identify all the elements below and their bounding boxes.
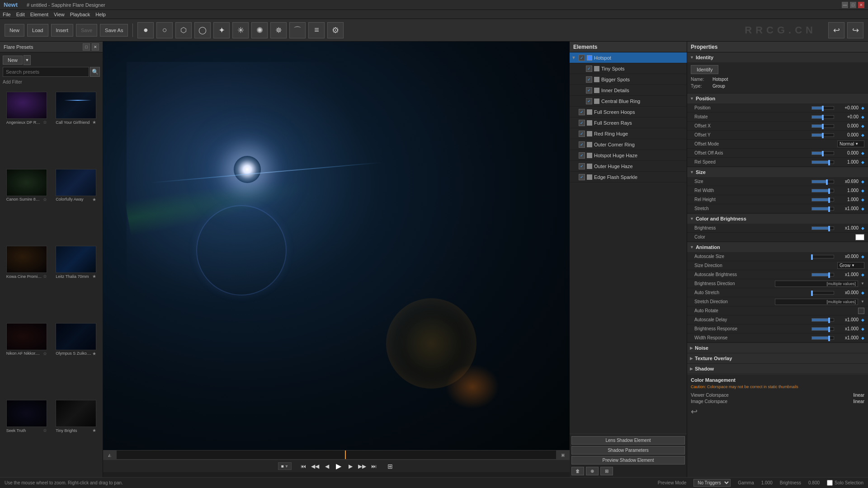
prop-slider-3-7[interactable] [811, 318, 834, 322]
delete-element-button[interactable]: 🗑 [571, 467, 584, 475]
preset-item-6[interactable]: Nikon AF Nikkor.... ☆ [2, 321, 52, 399]
next-frame-button[interactable]: ▶▶ [358, 462, 367, 471]
prev-frame-button[interactable]: ◀◀ [311, 462, 320, 471]
prop-color-2-1[interactable] [855, 234, 864, 240]
prop-animate-3-0[interactable]: ◆ [861, 254, 864, 259]
skip-to-start-button[interactable]: ⏮ [299, 462, 308, 471]
canvas[interactable] [103, 42, 570, 450]
prop-multivalue-3-3[interactable]: [multiple values] [775, 281, 858, 287]
element-check-5[interactable]: ✓ [579, 109, 585, 115]
prop-section-header-0[interactable]: ▼ Position [687, 94, 868, 103]
menu-edit[interactable]: Edit [16, 12, 25, 17]
preset-item-5[interactable]: Leitz Thalia 70mm ★ [52, 244, 101, 321]
prop-section-header-6[interactable]: ▶ Shadow [687, 364, 868, 374]
shadow-parameters-button[interactable]: Shadow Parameters [571, 446, 685, 455]
menu-playback[interactable]: Playback [70, 12, 90, 17]
timeline-track[interactable]: ◭ ▣ [103, 450, 570, 460]
prop-animate-3-9[interactable]: ◆ [861, 336, 864, 340]
tool-streak[interactable]: ⌒ [289, 22, 306, 38]
preset-item-3[interactable]: Colorfully Away ★ [52, 167, 101, 244]
prop-slider-3-0[interactable] [811, 255, 834, 258]
skip-to-end-button[interactable]: ⏭ [369, 462, 378, 471]
identify-button[interactable]: Identify [691, 65, 718, 74]
undo-button[interactable]: ↩ [828, 22, 844, 38]
menu-element[interactable]: Element [30, 12, 48, 17]
element-check-8[interactable]: ✓ [579, 141, 585, 148]
prop-animate-0-1[interactable]: ◆ [861, 115, 864, 119]
preset-star-5[interactable]: ★ [92, 274, 96, 279]
minimize-button[interactable]: — [842, 2, 848, 8]
tool-starburst[interactable]: ✵ [270, 22, 287, 38]
preset-star-1[interactable]: ★ [92, 120, 96, 125]
prop-slider-0-0[interactable] [811, 106, 834, 110]
prop-section-header-3[interactable]: ▼ Animation [687, 242, 868, 252]
panel-close-button[interactable]: ✕ [92, 43, 99, 51]
new-button[interactable]: New [5, 24, 24, 37]
preset-star-2[interactable]: ☆ [43, 197, 47, 202]
element-row-6[interactable]: ✓ Full Screen Rays [570, 117, 687, 128]
maximize-button[interactable]: □ [850, 2, 856, 8]
next-step-button[interactable]: ▶ [346, 462, 355, 471]
preset-item-1[interactable]: Call Your Girlfriend ★ [52, 90, 101, 167]
preset-star-6[interactable]: ☆ [43, 351, 47, 356]
prop-animate-1-3[interactable]: ◆ [861, 206, 864, 211]
prop-slider-3-2[interactable] [811, 273, 834, 277]
prop-animate-3-7[interactable]: ◆ [861, 318, 864, 322]
prev-step-button[interactable]: ◀ [322, 462, 331, 471]
prop-section-header-5[interactable]: ▶ Texture Overlay [687, 353, 868, 363]
panel-float-button[interactable]: □ [83, 43, 90, 51]
load-button[interactable]: Load [27, 24, 48, 37]
save-button[interactable]: Save [76, 24, 97, 37]
element-check-7[interactable]: ✓ [579, 131, 585, 137]
element-check-4[interactable]: ✓ [586, 98, 592, 104]
prop-section-header-1[interactable]: ▼ Size [687, 167, 868, 177]
prop-section-header-4[interactable]: ▶ Noise [687, 343, 868, 353]
prop-dropdown-3-1[interactable]: Grow ▼ [837, 262, 864, 269]
tool-ellipse[interactable]: ◯ [194, 22, 211, 38]
prop-checkbox-3-6[interactable] [858, 308, 864, 314]
add-filter-label[interactable]: Add Filter [3, 79, 100, 85]
preset-star-3[interactable]: ★ [92, 197, 96, 202]
prop-dropdown-0-4[interactable]: Normal ▼ [837, 141, 864, 147]
element-check-9[interactable]: ✓ [579, 152, 585, 159]
element-row-4[interactable]: ✓ Central Blue Ring [570, 96, 687, 107]
element-check-3[interactable]: ✓ [586, 87, 592, 94]
paste-element-button[interactable]: ⊞ [600, 467, 613, 475]
prop-animate-0-5[interactable]: ◆ [861, 151, 864, 155]
preset-star-8[interactable]: ☆ [43, 428, 47, 433]
menu-file[interactable]: File [3, 12, 11, 17]
element-row-2[interactable]: ✓ Bigger Spots [570, 74, 687, 85]
prop-animate-0-3[interactable]: ◆ [861, 133, 864, 137]
element-row-3[interactable]: ✓ Inner Details [570, 85, 687, 96]
element-row-5[interactable]: ✓ Full Screen Hoops [570, 107, 687, 117]
prop-multivalue-3-5[interactable]: [multiple values] [775, 299, 858, 305]
redo-button[interactable]: ↪ [847, 22, 863, 38]
tool-shimmer[interactable]: ✦ [213, 22, 230, 38]
preset-item-8[interactable]: Seek Truth ☆ [2, 398, 52, 475]
preset-item-0[interactable]: Angenieux DP Rouge.... ☆ [2, 90, 52, 167]
prop-animate-1-2[interactable]: ◆ [861, 197, 864, 202]
timeline-cursor[interactable] [345, 450, 346, 459]
tool-hexagon[interactable]: ⬡ [175, 22, 192, 38]
tool-star4[interactable]: ✳ [232, 22, 249, 38]
element-check-6[interactable]: ✓ [579, 120, 585, 126]
prop-slider-0-1[interactable] [811, 115, 834, 119]
tool-lines[interactable]: ≡ [308, 22, 325, 38]
preset-item-2[interactable]: Canon Sumire 85mm ☆ [2, 167, 52, 244]
timeline-ruler[interactable] [117, 450, 556, 459]
prop-slider-1-0[interactable] [811, 180, 834, 183]
prop-animate-3-2[interactable]: ◆ [861, 272, 864, 277]
solo-selection-checkbox[interactable] [827, 480, 833, 486]
prop-animate-1-1[interactable]: ◆ [861, 188, 864, 193]
copy-element-button[interactable]: ⊕ [586, 467, 599, 475]
preview-mode-selector[interactable]: ■ ▼ [278, 462, 292, 470]
preset-item-4[interactable]: Kowa Cine Prominar... ☆ [2, 244, 52, 321]
element-row-8[interactable]: ✓ Outer Corner Ring [570, 139, 687, 150]
preview-shadow-element-button[interactable]: Preview Shadow Element [571, 456, 685, 465]
element-row-10[interactable]: ✓ Outer Huge Haze [570, 161, 687, 172]
new-preset-dropdown[interactable]: ▼ [24, 55, 31, 65]
close-button[interactable]: ✕ [858, 2, 864, 8]
prop-animate-1-0[interactable]: ◆ [861, 179, 864, 184]
saveas-button[interactable]: Save As [100, 24, 128, 37]
prop-slider-0-6[interactable] [811, 160, 834, 164]
